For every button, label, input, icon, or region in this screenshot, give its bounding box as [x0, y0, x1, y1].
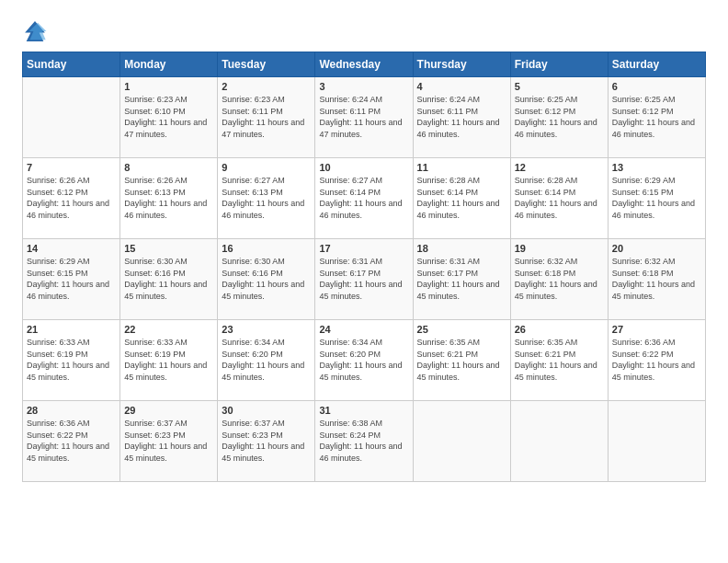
cell-info: Sunrise: 6:26 AM Sunset: 6:12 PM Dayligh…	[27, 175, 116, 221]
cell-info: Sunrise: 6:36 AM Sunset: 6:22 PM Dayligh…	[612, 337, 701, 383]
calendar-week-row: 1Sunrise: 6:23 AM Sunset: 6:10 PM Daylig…	[23, 77, 706, 158]
cell-info: Sunrise: 6:32 AM Sunset: 6:18 PM Dayligh…	[612, 256, 701, 302]
day-number: 18	[417, 243, 506, 254]
cell-info: Sunrise: 6:24 AM Sunset: 6:11 PM Dayligh…	[319, 94, 408, 140]
calendar-week-row: 21Sunrise: 6:33 AM Sunset: 6:19 PM Dayli…	[23, 320, 706, 401]
calendar-cell: 26Sunrise: 6:35 AM Sunset: 6:21 PM Dayli…	[510, 320, 608, 401]
day-number: 8	[124, 162, 213, 173]
calendar-cell	[413, 401, 510, 482]
logo	[22, 18, 51, 44]
calendar-cell	[23, 77, 120, 158]
logo-icon	[22, 18, 48, 44]
calendar-body: 1Sunrise: 6:23 AM Sunset: 6:10 PM Daylig…	[23, 77, 706, 482]
day-number: 11	[417, 162, 506, 173]
calendar-cell: 1Sunrise: 6:23 AM Sunset: 6:10 PM Daylig…	[120, 77, 218, 158]
cell-info: Sunrise: 6:29 AM Sunset: 6:15 PM Dayligh…	[612, 175, 701, 221]
cell-info: Sunrise: 6:27 AM Sunset: 6:13 PM Dayligh…	[222, 175, 311, 221]
day-number: 25	[417, 324, 506, 335]
cell-info: Sunrise: 6:34 AM Sunset: 6:20 PM Dayligh…	[319, 337, 408, 383]
calendar-cell: 6Sunrise: 6:25 AM Sunset: 6:12 PM Daylig…	[608, 77, 705, 158]
day-number: 6	[612, 81, 701, 92]
calendar-table: SundayMondayTuesdayWednesdayThursdayFrid…	[22, 52, 706, 482]
calendar-cell: 16Sunrise: 6:30 AM Sunset: 6:16 PM Dayli…	[218, 239, 315, 320]
cell-info: Sunrise: 6:27 AM Sunset: 6:14 PM Dayligh…	[319, 175, 408, 221]
cell-info: Sunrise: 6:33 AM Sunset: 6:19 PM Dayligh…	[27, 337, 116, 383]
calendar-cell: 29Sunrise: 6:37 AM Sunset: 6:23 PM Dayli…	[120, 401, 218, 482]
cell-info: Sunrise: 6:37 AM Sunset: 6:23 PM Dayligh…	[124, 418, 213, 464]
day-number: 13	[612, 162, 701, 173]
cell-info: Sunrise: 6:25 AM Sunset: 6:12 PM Dayligh…	[515, 94, 604, 140]
calendar-cell: 27Sunrise: 6:36 AM Sunset: 6:22 PM Dayli…	[608, 320, 705, 401]
header-cell-tuesday: Tuesday	[218, 52, 315, 77]
day-number: 29	[124, 405, 213, 416]
calendar-cell: 20Sunrise: 6:32 AM Sunset: 6:18 PM Dayli…	[608, 239, 705, 320]
calendar-cell: 17Sunrise: 6:31 AM Sunset: 6:17 PM Dayli…	[315, 239, 413, 320]
header-cell-sunday: Sunday	[23, 52, 120, 77]
calendar-cell: 22Sunrise: 6:33 AM Sunset: 6:19 PM Dayli…	[120, 320, 218, 401]
day-number: 31	[319, 405, 408, 416]
day-number: 3	[319, 81, 408, 92]
calendar-cell: 31Sunrise: 6:38 AM Sunset: 6:24 PM Dayli…	[315, 401, 413, 482]
calendar-cell: 12Sunrise: 6:28 AM Sunset: 6:14 PM Dayli…	[510, 158, 608, 239]
header-cell-thursday: Thursday	[413, 52, 510, 77]
header-cell-friday: Friday	[510, 52, 608, 77]
day-number: 26	[515, 324, 604, 335]
day-number: 10	[319, 162, 408, 173]
cell-info: Sunrise: 6:33 AM Sunset: 6:19 PM Dayligh…	[124, 337, 213, 383]
day-number: 14	[27, 243, 116, 254]
calendar-week-row: 14Sunrise: 6:29 AM Sunset: 6:15 PM Dayli…	[23, 239, 706, 320]
header-cell-monday: Monday	[120, 52, 218, 77]
day-number: 30	[222, 405, 311, 416]
header-cell-wednesday: Wednesday	[315, 52, 413, 77]
day-number: 2	[222, 81, 311, 92]
cell-info: Sunrise: 6:37 AM Sunset: 6:23 PM Dayligh…	[222, 418, 311, 464]
day-number: 24	[319, 324, 408, 335]
calendar-cell: 9Sunrise: 6:27 AM Sunset: 6:13 PM Daylig…	[218, 158, 315, 239]
cell-info: Sunrise: 6:28 AM Sunset: 6:14 PM Dayligh…	[417, 175, 506, 221]
cell-info: Sunrise: 6:30 AM Sunset: 6:16 PM Dayligh…	[124, 256, 213, 302]
calendar-cell: 19Sunrise: 6:32 AM Sunset: 6:18 PM Dayli…	[510, 239, 608, 320]
day-number: 17	[319, 243, 408, 254]
cell-info: Sunrise: 6:29 AM Sunset: 6:15 PM Dayligh…	[27, 256, 116, 302]
calendar-cell: 5Sunrise: 6:25 AM Sunset: 6:12 PM Daylig…	[510, 77, 608, 158]
day-number: 9	[222, 162, 311, 173]
calendar-week-row: 7Sunrise: 6:26 AM Sunset: 6:12 PM Daylig…	[23, 158, 706, 239]
cell-info: Sunrise: 6:31 AM Sunset: 6:17 PM Dayligh…	[319, 256, 408, 302]
header-row: SundayMondayTuesdayWednesdayThursdayFrid…	[23, 52, 706, 77]
calendar-header: SundayMondayTuesdayWednesdayThursdayFrid…	[23, 52, 706, 77]
day-number: 1	[124, 81, 213, 92]
calendar-cell: 4Sunrise: 6:24 AM Sunset: 6:11 PM Daylig…	[413, 77, 510, 158]
day-number: 4	[417, 81, 506, 92]
cell-info: Sunrise: 6:35 AM Sunset: 6:21 PM Dayligh…	[417, 337, 506, 383]
cell-info: Sunrise: 6:30 AM Sunset: 6:16 PM Dayligh…	[222, 256, 311, 302]
cell-info: Sunrise: 6:23 AM Sunset: 6:10 PM Dayligh…	[124, 94, 213, 140]
day-number: 16	[222, 243, 311, 254]
calendar-cell: 18Sunrise: 6:31 AM Sunset: 6:17 PM Dayli…	[413, 239, 510, 320]
calendar-cell: 3Sunrise: 6:24 AM Sunset: 6:11 PM Daylig…	[315, 77, 413, 158]
cell-info: Sunrise: 6:31 AM Sunset: 6:17 PM Dayligh…	[417, 256, 506, 302]
calendar-cell: 10Sunrise: 6:27 AM Sunset: 6:14 PM Dayli…	[315, 158, 413, 239]
calendar-cell	[510, 401, 608, 482]
day-number: 15	[124, 243, 213, 254]
calendar-cell: 8Sunrise: 6:26 AM Sunset: 6:13 PM Daylig…	[120, 158, 218, 239]
cell-info: Sunrise: 6:36 AM Sunset: 6:22 PM Dayligh…	[27, 418, 116, 464]
calendar-cell: 23Sunrise: 6:34 AM Sunset: 6:20 PM Dayli…	[218, 320, 315, 401]
day-number: 20	[612, 243, 701, 254]
cell-info: Sunrise: 6:23 AM Sunset: 6:11 PM Dayligh…	[222, 94, 311, 140]
header-cell-saturday: Saturday	[608, 52, 705, 77]
calendar-week-row: 28Sunrise: 6:36 AM Sunset: 6:22 PM Dayli…	[23, 401, 706, 482]
calendar-cell: 21Sunrise: 6:33 AM Sunset: 6:19 PM Dayli…	[23, 320, 120, 401]
day-number: 21	[27, 324, 116, 335]
day-number: 23	[222, 324, 311, 335]
day-number: 27	[612, 324, 701, 335]
day-number: 7	[27, 162, 116, 173]
day-number: 28	[27, 405, 116, 416]
calendar-cell: 13Sunrise: 6:29 AM Sunset: 6:15 PM Dayli…	[608, 158, 705, 239]
calendar-cell: 7Sunrise: 6:26 AM Sunset: 6:12 PM Daylig…	[23, 158, 120, 239]
cell-info: Sunrise: 6:38 AM Sunset: 6:24 PM Dayligh…	[319, 418, 408, 464]
cell-info: Sunrise: 6:26 AM Sunset: 6:13 PM Dayligh…	[124, 175, 213, 221]
cell-info: Sunrise: 6:35 AM Sunset: 6:21 PM Dayligh…	[515, 337, 604, 383]
cell-info: Sunrise: 6:34 AM Sunset: 6:20 PM Dayligh…	[222, 337, 311, 383]
calendar-cell: 25Sunrise: 6:35 AM Sunset: 6:21 PM Dayli…	[413, 320, 510, 401]
cell-info: Sunrise: 6:28 AM Sunset: 6:14 PM Dayligh…	[515, 175, 604, 221]
